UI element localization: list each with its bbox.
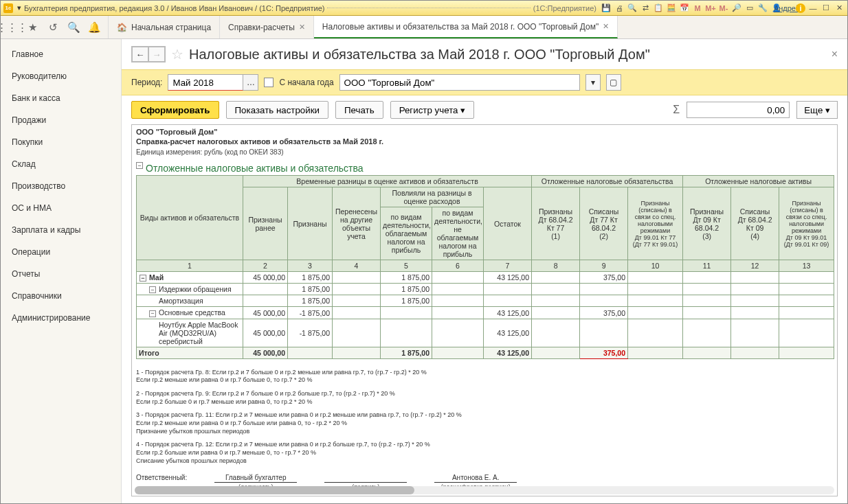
sidebar-item-manager[interactable]: Руководителю xyxy=(1,65,121,87)
sidebar-item-reports[interactable]: Отчеты xyxy=(1,263,121,285)
panel-icon[interactable]: ▭ xyxy=(744,3,755,14)
print-button[interactable]: Печать xyxy=(335,101,383,119)
sidebar-item-main[interactable]: Главное xyxy=(1,43,121,65)
cell xyxy=(628,272,683,284)
collapse-icon[interactable]: − xyxy=(149,286,156,293)
sidebar: Главное Руководителю Банк и касса Продаж… xyxy=(1,39,122,503)
params-bar: Период: … С начала года ▾ ▢ xyxy=(122,69,847,95)
since-year-checkbox[interactable] xyxy=(264,78,274,87)
show-settings-button[interactable]: Показать настройки xyxy=(226,101,328,119)
more-button[interactable]: Еще ▾ xyxy=(796,101,838,119)
user-icon[interactable]: 👤Андрей xyxy=(770,3,794,14)
tab-references[interactable]: Справки-расчеты ✕ xyxy=(220,16,314,38)
th-c10: Признаны (списаны) в связи со спец. нало… xyxy=(628,187,683,260)
m-button[interactable]: M xyxy=(692,3,703,14)
m-plus-button[interactable]: M+ xyxy=(705,3,716,14)
sum-input[interactable] xyxy=(687,102,790,118)
maximize-icon[interactable]: ☐ xyxy=(821,3,832,14)
sidebar-item-bank[interactable]: Банк и касса xyxy=(1,87,121,109)
tab-tax-assets[interactable]: Налоговые активы и обязательства за Май … xyxy=(314,16,618,38)
sidebar-item-warehouse[interactable]: Склад xyxy=(1,153,121,175)
nav-forward-button[interactable]: → xyxy=(148,47,165,62)
cell xyxy=(432,295,484,307)
table-row[interactable]: Ноутбук Apple MacBook Air (MQD32RU/A) се… xyxy=(137,319,834,347)
calendar-icon[interactable]: 📅 xyxy=(679,3,690,14)
cell: −Май xyxy=(137,272,243,284)
table-row[interactable]: −Май45 000,001 875,001 875,0043 125,0037… xyxy=(137,272,834,284)
bell-icon[interactable]: 🔔 xyxy=(87,21,101,34)
note-1: 1 - Порядок расчета Гр. 8: Если гр.2 и 7… xyxy=(136,369,833,385)
minimize-icon[interactable]: — xyxy=(807,3,818,14)
colnum: 5 xyxy=(381,260,432,272)
tools-icon[interactable]: 🔧 xyxy=(757,3,768,14)
close-icon[interactable]: ✕ xyxy=(603,22,609,31)
star-icon[interactable]: ☆ xyxy=(171,46,183,62)
th-c13: Признаны (списаны) в связи со спец. нало… xyxy=(779,187,834,260)
form-button[interactable]: Сформировать xyxy=(131,101,219,119)
m-minus-button[interactable]: M- xyxy=(718,3,729,14)
organization-open-button[interactable]: ▢ xyxy=(606,74,621,91)
info-icon[interactable]: i xyxy=(796,3,805,13)
table-row[interactable]: −Издержки обращения1 875,001 875,00 xyxy=(137,284,834,295)
tabbar: 🏠 Начальная страница Справки-расчеты ✕ Н… xyxy=(108,16,618,38)
scrollbar-thumb[interactable] xyxy=(135,486,414,494)
sidebar-item-assets[interactable]: ОС и НМА xyxy=(1,197,121,219)
collapse-icon[interactable]: − xyxy=(140,275,146,282)
cell: 43 125,00 xyxy=(484,272,532,284)
cell xyxy=(779,284,834,295)
close-page-icon[interactable]: × xyxy=(832,48,838,60)
cell xyxy=(333,295,381,307)
titlebar-menu-icon[interactable]: ▾ xyxy=(14,3,24,13)
cell: 1 875,00 xyxy=(288,272,333,284)
report-title: Справка-расчет налоговых активов и обяза… xyxy=(136,137,833,146)
organization-input[interactable] xyxy=(339,74,580,91)
cell xyxy=(432,307,484,319)
collapse-icon[interactable]: − xyxy=(149,310,156,317)
sidebar-item-sales[interactable]: Продажи xyxy=(1,109,121,131)
sidebar-item-directories[interactable]: Справочники xyxy=(1,285,121,307)
since-year-label: С начала года xyxy=(279,78,333,87)
report-notes: 1 - Порядок расчета Гр. 8: Если гр.2 и 7… xyxy=(136,369,833,466)
close-window-icon[interactable]: ✕ xyxy=(834,3,845,14)
cell xyxy=(432,272,484,284)
horizontal-scrollbar[interactable] xyxy=(135,486,834,494)
period-input[interactable] xyxy=(168,74,243,91)
sidebar-item-operations[interactable]: Операции xyxy=(1,241,121,263)
close-icon[interactable]: ✕ xyxy=(299,23,305,32)
register-button[interactable]: Регистр учета ▾ xyxy=(390,101,475,119)
period-picker-button[interactable]: … xyxy=(243,74,258,91)
cell xyxy=(628,307,683,319)
organization-dropdown-button[interactable]: ▾ xyxy=(585,74,601,91)
nav-back-button[interactable]: ← xyxy=(132,47,148,62)
note-2: 2 - Порядок расчета Гр. 9: Если гр.2 и 7… xyxy=(136,390,833,406)
sidebar-item-production[interactable]: Производство xyxy=(1,175,121,197)
cell xyxy=(532,307,580,319)
report-area[interactable]: ООО "Торговый Дом" Справка-расчет налого… xyxy=(131,124,838,496)
sidebar-item-purchases[interactable]: Покупки xyxy=(1,131,121,153)
colnum: 8 xyxy=(532,260,580,272)
sidebar-item-hr[interactable]: Зарплата и кадры xyxy=(1,219,121,241)
history-icon[interactable]: ↺ xyxy=(46,21,60,34)
apps-icon[interactable]: ⋮⋮⋮ xyxy=(5,21,19,34)
table-row[interactable]: −Основные средства45 000,00-1 875,0043 1… xyxy=(137,307,834,319)
sigma-icon: Σ xyxy=(673,104,680,116)
colnum: 1 xyxy=(137,260,243,272)
tab-home[interactable]: 🏠 Начальная страница xyxy=(108,16,220,38)
collapse-icon[interactable]: − xyxy=(136,162,143,169)
print-icon[interactable]: 🖨 xyxy=(614,3,625,14)
colnum: 13 xyxy=(779,260,834,272)
sidebar-item-admin[interactable]: Администрирование xyxy=(1,307,121,329)
preview-icon[interactable]: 🔍 xyxy=(627,3,638,14)
colnum: 7 xyxy=(484,260,532,272)
search-icon[interactable]: 🔍 xyxy=(67,21,80,34)
calc-icon[interactable]: 🧮 xyxy=(666,3,677,14)
table-row[interactable]: Амортизация1 875,001 875,00 xyxy=(137,295,834,307)
save-icon[interactable]: 💾 xyxy=(601,3,612,14)
clipboard-icon[interactable]: 📋 xyxy=(653,3,664,14)
favorite-icon[interactable]: ★ xyxy=(25,21,39,34)
period-label: Период: xyxy=(131,78,162,87)
app-subtitle: (1С:Предприятие) xyxy=(533,4,596,12)
zoom-icon[interactable]: 🔎 xyxy=(731,3,742,14)
cell: 375,00 xyxy=(580,272,628,284)
compare-icon[interactable]: ⇄ xyxy=(640,3,651,14)
